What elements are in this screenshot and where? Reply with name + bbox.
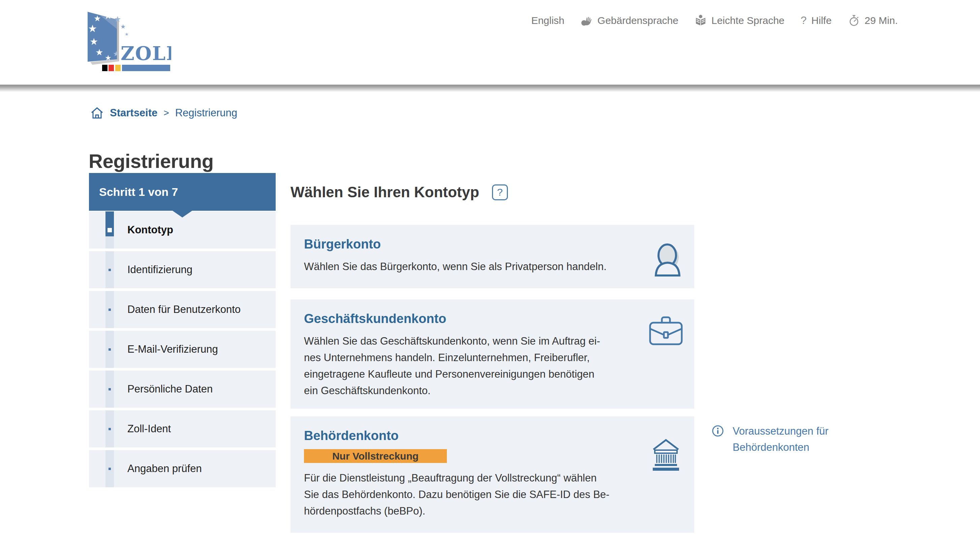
nav-item-sign-language[interactable]: Gebärdensprache <box>581 14 678 27</box>
card-description: Für die Dienstleistung „Beauftragung der… <box>304 470 648 519</box>
step-dot <box>109 468 111 470</box>
step-label: Identifizierung <box>127 264 192 276</box>
breadcrumb-current: Registrierung <box>175 107 237 119</box>
card-buergerkonto[interactable]: Bürgerkonto Wählen Sie das Bürgerkonto, … <box>291 225 694 288</box>
svg-text:★: ★ <box>94 14 101 23</box>
timer-icon <box>848 14 860 27</box>
svg-text:★: ★ <box>95 47 103 57</box>
page-title: Registrierung <box>89 150 214 172</box>
card-behoerdenkonto[interactable]: Behördenkonto Nur Vollstreckung Für die … <box>291 416 694 533</box>
nav-item-help[interactable]: ? Hilfe <box>801 14 832 27</box>
nav-item-english[interactable]: English <box>531 15 564 26</box>
header-divider <box>0 85 980 92</box>
active-step-marker <box>107 228 112 232</box>
svg-text:★: ★ <box>105 54 112 62</box>
main-content: Wählen Sie Ihren Kontotyp ? Bürgerkonto … <box>291 182 694 202</box>
svg-text:★: ★ <box>120 23 126 30</box>
card-geschaeftskundenkonto[interactable]: Geschäftskundenkonto Wählen Sie das Gesc… <box>291 299 694 409</box>
svg-text:★: ★ <box>88 22 97 34</box>
step-label: E-Mail-Verifizierung <box>127 343 218 355</box>
step-dot <box>109 388 111 390</box>
header-bar: ★ ★ ★ ★ ★ ★ ★ ★ ★ ★ ZOLL English Gebärde… <box>0 0 980 85</box>
step-label: Angaben prüfen <box>127 463 202 475</box>
step-label: Persönliche Daten <box>127 383 213 395</box>
info-link-label: Voraussetzungen für Behördenkonten <box>733 423 828 456</box>
step-item-email-verifizierung[interactable]: E-Mail-Verifizierung <box>89 331 276 368</box>
info-icon <box>712 425 724 437</box>
step-label: Zoll-Ident <box>127 423 171 435</box>
bank-icon <box>649 437 683 471</box>
nav-item-session-timer[interactable]: 29 Min. <box>848 14 898 27</box>
breadcrumb-home-link[interactable]: Startseite <box>110 107 157 119</box>
step-dot <box>109 348 111 351</box>
status-badge: Nur Vollstreckung <box>304 449 447 463</box>
card-title: Geschäftskundenkonto <box>304 311 681 326</box>
svg-text:★: ★ <box>114 14 122 24</box>
breadcrumb-separator: > <box>163 107 169 118</box>
nav-english-label: English <box>531 15 564 26</box>
svg-text:★: ★ <box>90 36 98 47</box>
svg-text:★: ★ <box>113 50 120 58</box>
step-item-zoll-ident[interactable]: Zoll-Ident <box>89 411 276 448</box>
zoll-logo-graphic: ★ ★ ★ ★ ★ ★ ★ ★ ★ ★ ZOLL <box>87 11 171 72</box>
step-item-persoenliche-daten[interactable]: Persönliche Daten <box>89 371 276 407</box>
section-heading: Wählen Sie Ihren Kontotyp <box>291 184 479 201</box>
svg-text:★: ★ <box>125 32 129 37</box>
step-item-identifizierung[interactable]: Identifizierung <box>89 251 276 288</box>
briefcase-icon <box>649 314 683 346</box>
card-description: Wählen Sie das Bürgerkonto, wenn Sie als… <box>304 258 648 275</box>
svg-text:★: ★ <box>104 11 112 21</box>
step-item-daten-fuer-benutzerkonto[interactable]: Daten für Benutzerkonto <box>89 291 276 328</box>
heading-help-button[interactable]: ? <box>492 184 508 200</box>
step-dot <box>109 428 111 430</box>
zoll-logo[interactable]: ★ ★ ★ ★ ★ ★ ★ ★ ★ ★ ZOLL <box>87 11 171 72</box>
nav-item-easy-language[interactable]: Leichte Sprache <box>695 14 785 27</box>
person-icon <box>653 241 683 278</box>
sign-language-icon <box>581 14 593 27</box>
nav-help-label: Hilfe <box>812 15 832 26</box>
wizard-step-counter: Schritt 1 von 7 <box>89 173 276 211</box>
card-title: Behördenkonto <box>304 428 681 443</box>
step-label: Daten für Benutzerkonto <box>127 303 241 316</box>
home-icon[interactable] <box>90 107 104 119</box>
easy-language-icon <box>695 14 707 27</box>
session-time-label: 29 Min. <box>865 15 898 26</box>
step-dot <box>109 308 111 311</box>
breadcrumb: Startseite > Registrierung <box>90 107 237 119</box>
card-title: Bürgerkonto <box>304 237 681 252</box>
card-description: Wählen Sie das Geschäftskundenkonto, wen… <box>304 333 648 399</box>
wizard-caret <box>173 211 192 218</box>
step-item-angaben-pruefen[interactable]: Angaben prüfen <box>89 450 276 487</box>
step-label: Kontotyp <box>127 224 173 236</box>
help-question-icon: ? <box>801 14 807 27</box>
wizard-steps-panel: Schritt 1 von 7 Kontotyp Identifizierung… <box>89 173 276 490</box>
step-dot <box>109 269 111 271</box>
behoerdenkonto-info-link[interactable]: Voraussetzungen für Behördenkonten <box>712 423 828 456</box>
utility-nav: English Gebärdensprache Leichte Sprache … <box>531 14 898 27</box>
wizard-step-list: Kontotyp Identifizierung Daten für Benut… <box>89 212 276 487</box>
nav-sign-language-label: Gebärdensprache <box>598 15 678 26</box>
zoll-logo-text: ZOLL <box>121 42 171 64</box>
nav-easy-language-label: Leichte Sprache <box>711 15 785 26</box>
